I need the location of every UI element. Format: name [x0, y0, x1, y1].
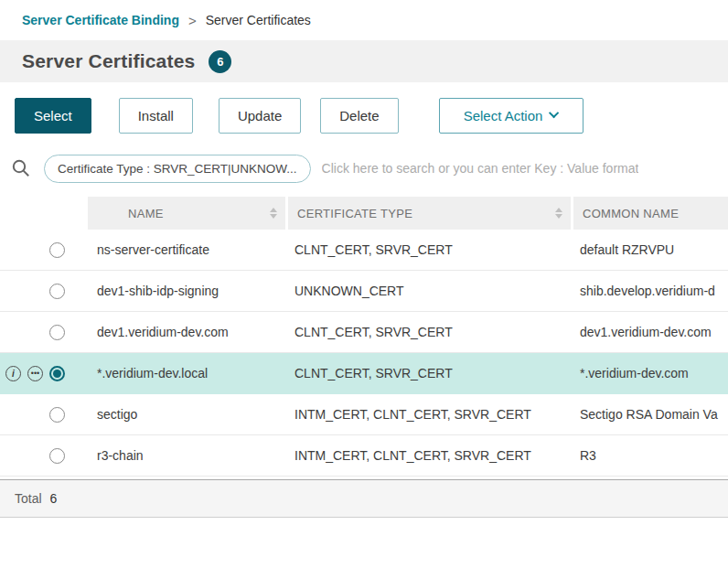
count-badge: 6	[209, 50, 231, 73]
filter-chip[interactable]: Certificate Type : SRVR_CERT|UNKNOW...	[44, 155, 311, 183]
row-radio[interactable]	[49, 366, 65, 381]
toolbar: Select Install Update Delete Select Acti…	[0, 82, 728, 147]
table-row[interactable]: sectigoINTM_CERT, CLNT_CERT, SRVR_CERTSe…	[0, 394, 728, 435]
table-body: ns-server-certificateCLNT_CERT, SRVR_CER…	[0, 230, 728, 477]
search-bar: Certificate Type : SRVR_CERT|UNKNOW... C…	[0, 147, 728, 189]
table-row[interactable]: ns-server-certificateCLNT_CERT, SRVR_CER…	[0, 230, 728, 271]
cell-certificate-type: UNKNOWN_CERT	[285, 284, 571, 298]
cell-certificate-type: INTM_CERT, CLNT_CERT, SRVR_CERT	[285, 407, 571, 422]
column-header-name-label: NAME	[128, 207, 164, 220]
title-bar: Server Certificates 6	[0, 40, 728, 82]
header-selector-cell	[0, 197, 88, 230]
cell-common-name: *.veridium-dev.com	[571, 366, 728, 380]
sort-icon[interactable]	[555, 208, 562, 219]
cell-common-name: shib.develop.veridium-d	[571, 284, 728, 298]
row-selector-cell	[0, 284, 88, 299]
column-header-certificate-type[interactable]: CERTIFICATE TYPE	[285, 197, 571, 230]
table-row[interactable]: r3-chainINTM_CERT, CLNT_CERT, SRVR_CERTR…	[0, 435, 728, 477]
cell-name: sectigo	[88, 407, 285, 422]
search-icon	[9, 158, 33, 178]
cell-name: dev1-shib-idp-signing	[88, 284, 285, 298]
update-button[interactable]: Update	[219, 98, 301, 134]
more-actions-icon[interactable]: •••	[27, 366, 43, 381]
breadcrumb-separator-icon: >	[188, 13, 197, 28]
info-icon[interactable]: i	[5, 366, 21, 381]
row-selector-cell	[0, 325, 88, 340]
select-button[interactable]: Select	[15, 98, 91, 134]
select-action-dropdown[interactable]: Select Action	[439, 98, 584, 134]
cell-common-name: Sectigo RSA Domain Va	[571, 407, 728, 422]
table-header: NAME CERTIFICATE TYPE COMMON NAME	[0, 197, 728, 230]
table-row[interactable]: dev1.veridium-dev.comCLNT_CERT, SRVR_CER…	[0, 312, 728, 353]
column-header-certificate-type-label: CERTIFICATE TYPE	[297, 207, 412, 220]
column-header-common-name-label: COMMON NAME	[583, 207, 679, 220]
delete-button[interactable]: Delete	[320, 98, 398, 134]
cell-name: *.veridium-dev.local	[88, 366, 285, 380]
row-selector-cell	[0, 242, 88, 258]
install-button[interactable]: Install	[119, 98, 193, 134]
breadcrumb-current: Server Certificates	[206, 13, 311, 27]
row-selector-cell: i•••	[0, 366, 88, 381]
table-footer: Total 6	[0, 479, 728, 518]
table-row[interactable]: dev1-shib-idp-signingUNKNOWN_CERTshib.de…	[0, 271, 728, 312]
row-radio[interactable]	[49, 242, 65, 258]
cell-certificate-type: CLNT_CERT, SRVR_CERT	[285, 366, 571, 380]
row-radio[interactable]	[49, 284, 65, 299]
total-value: 6	[50, 491, 58, 506]
cell-name: ns-server-certificate	[88, 242, 285, 257]
row-radio[interactable]	[49, 448, 65, 464]
select-action-label: Select Action	[464, 108, 543, 123]
cell-name: dev1.veridium-dev.com	[88, 325, 285, 339]
cell-certificate-type: INTM_CERT, CLNT_CERT, SRVR_CERT	[285, 448, 571, 463]
total-label: Total	[15, 491, 42, 506]
cell-common-name: R3	[571, 448, 728, 463]
row-radio[interactable]	[49, 325, 65, 340]
cell-certificate-type: CLNT_CERT, SRVR_CERT	[285, 325, 571, 339]
column-header-name[interactable]: NAME	[88, 197, 285, 230]
column-header-common-name[interactable]: COMMON NAME	[571, 197, 728, 230]
row-selector-cell	[0, 407, 88, 423]
cell-name: r3-chain	[88, 448, 285, 463]
page-title: Server Certificates	[22, 50, 195, 72]
row-selector-cell	[0, 448, 88, 464]
row-radio[interactable]	[49, 407, 65, 423]
cell-common-name: dev1.veridium-dev.com	[571, 325, 728, 339]
search-input[interactable]: Click here to search or you can enter Ke…	[322, 161, 639, 176]
cell-certificate-type: CLNT_CERT, SRVR_CERT	[285, 242, 571, 257]
cell-common-name: default RZRVPU	[571, 242, 728, 257]
sort-icon[interactable]	[270, 208, 277, 219]
table-row[interactable]: i•••*.veridium-dev.localCLNT_CERT, SRVR_…	[0, 353, 728, 394]
chevron-down-icon	[549, 108, 559, 118]
breadcrumb-link[interactable]: Server Certificate Binding	[22, 13, 179, 27]
breadcrumb: Server Certificate Binding > Server Cert…	[0, 0, 728, 40]
